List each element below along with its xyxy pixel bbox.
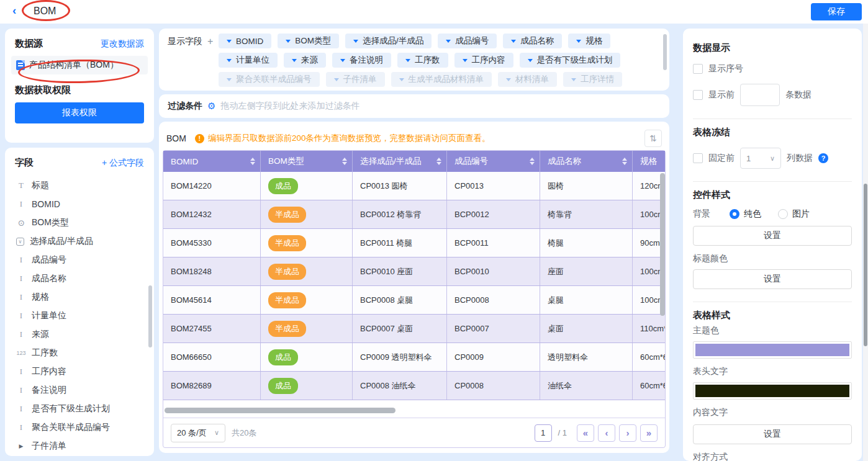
field-item[interactable]: I成品编号: [16, 251, 154, 269]
field-label: 是否有下级生成计划: [32, 403, 110, 414]
freeze-columns-checkbox[interactable]: [693, 153, 703, 163]
display-field-chip[interactable]: 材料清单: [498, 72, 557, 87]
field-item[interactable]: T标题: [16, 176, 154, 195]
text-field-icon: I: [16, 385, 26, 395]
table-cell: 成品: [261, 343, 353, 371]
table-horizontal-scrollbar[interactable]: [165, 408, 396, 413]
datasource-item[interactable]: 产品结构清单（BOM）: [11, 56, 148, 74]
save-button[interactable]: 保存: [811, 3, 862, 20]
display-field-chip[interactable]: 规格: [568, 34, 610, 48]
divider: [693, 302, 852, 302]
display-field-chip[interactable]: 选择成品/半成品: [345, 34, 432, 48]
header-text-color-swatch[interactable]: [693, 382, 852, 400]
field-item[interactable]: I成品名称: [16, 269, 154, 288]
page-size-select[interactable]: 20 条/页 ∨: [171, 424, 225, 442]
display-field-chip[interactable]: 生成半成品材料清单: [391, 72, 492, 87]
chips-scrollbar[interactable]: [663, 34, 667, 70]
display-field-chip[interactable]: 工序内容: [454, 53, 513, 68]
first-page-button[interactable]: «: [577, 424, 594, 442]
field-item[interactable]: I备注说明: [16, 381, 154, 400]
solid-color-radio[interactable]: [730, 209, 739, 219]
sort-desc-icon: [530, 162, 535, 168]
caret-down-icon: [446, 40, 451, 45]
text-field-icon: I: [16, 199, 26, 209]
show-first-checkbox[interactable]: [693, 90, 703, 100]
fields-scrollbar[interactable]: [148, 285, 152, 347]
report-permission-button[interactable]: 报表权限: [15, 102, 144, 123]
field-item[interactable]: IBOMID: [16, 195, 154, 213]
show-index-checkbox[interactable]: [693, 64, 703, 74]
help-icon[interactable]: ?: [818, 153, 828, 163]
field-item[interactable]: I来源: [16, 325, 154, 344]
column-header[interactable]: 规格: [633, 151, 665, 172]
field-label: 工序内容: [32, 366, 66, 377]
field-item[interactable]: I工序内容: [16, 362, 154, 381]
freeze-count-select[interactable]: 1 ∨: [740, 148, 781, 169]
back-icon[interactable]: ‹: [12, 4, 16, 17]
prev-page-button[interactable]: ‹: [598, 424, 615, 442]
field-item[interactable]: ▶子件清单: [16, 437, 154, 455]
table-row: BOM45614半成品BCP0008 桌腿BCP0008桌腿100cm*: [163, 286, 665, 315]
column-header[interactable]: 选择成品/半成品: [353, 151, 447, 172]
column-header[interactable]: 成品编号: [447, 151, 540, 172]
chip-label: 规格: [585, 35, 602, 47]
display-field-chip[interactable]: BOM类型: [278, 34, 339, 48]
field-item[interactable]: I规格: [16, 288, 154, 307]
current-page-input[interactable]: 1: [535, 424, 552, 442]
gear-icon[interactable]: ⚙: [207, 101, 215, 112]
divider: [693, 181, 852, 182]
align-label: 对齐方式: [693, 452, 852, 461]
column-header[interactable]: BOM类型: [261, 151, 353, 172]
page-title: BOM: [34, 6, 56, 17]
display-field-chip[interactable]: 备注说明: [332, 53, 391, 68]
column-header[interactable]: BOMID: [163, 151, 261, 172]
total-pages: / 1: [558, 428, 567, 437]
row-limit-input[interactable]: [740, 84, 780, 106]
add-formula-field-link[interactable]: + 公式字段: [102, 158, 144, 169]
field-item[interactable]: ∨选择成品/半成品: [16, 232, 154, 251]
table-vertical-scrollbar[interactable]: [660, 173, 665, 316]
display-field-chip[interactable]: 成品编号: [438, 34, 497, 48]
change-datasource-link[interactable]: 更改数据源: [101, 38, 144, 50]
chip-label: 材料清单: [515, 74, 549, 85]
freeze-prefix-label: 固定前: [708, 153, 735, 164]
field-item[interactable]: I计量单位: [16, 307, 154, 325]
display-field-chip[interactable]: 聚合关联半成品编号: [219, 72, 320, 87]
display-field-chip[interactable]: 是否有下级生成计划: [520, 53, 621, 68]
field-item[interactable]: I聚合关联半成品编号: [16, 418, 154, 437]
chip-label: BOM类型: [295, 35, 331, 47]
content-text-set-button[interactable]: 设置: [693, 424, 852, 444]
add-field-icon[interactable]: +: [207, 36, 213, 47]
display-field-chip[interactable]: 计量单位: [219, 53, 278, 68]
field-item[interactable]: ⊙BOM类型: [16, 213, 154, 232]
display-field-chip[interactable]: 子件清单: [326, 72, 385, 87]
field-item[interactable]: 123工序数: [16, 344, 154, 362]
next-page-button[interactable]: ›: [619, 424, 636, 442]
settings-panel: 数据显示 显示序号 显示前 条数据 表格冻结 固定前 1 ∨ 列数据 ? 控件样…: [683, 29, 862, 461]
last-page-button[interactable]: »: [640, 424, 658, 442]
image-radio[interactable]: [778, 209, 788, 219]
column-sort-icon: [436, 155, 441, 168]
display-field-chip[interactable]: 工序数: [397, 53, 448, 68]
field-item[interactable]: I是否有下级生成计划: [16, 400, 154, 418]
theme-color-swatch[interactable]: [693, 341, 852, 359]
sort-desc-icon: [250, 162, 255, 168]
rows-suffix-label: 条数据: [785, 89, 811, 101]
caret-down-icon: [292, 59, 297, 65]
page-scrollbar[interactable]: [864, 184, 867, 346]
display-field-chip[interactable]: 工序详情: [563, 72, 622, 87]
sort-icon[interactable]: ⇅: [644, 130, 662, 147]
display-field-chip[interactable]: 来源: [284, 53, 326, 68]
display-field-chip[interactable]: BOMID: [219, 34, 271, 48]
sort-desc-icon: [436, 162, 441, 168]
datasource-title: 数据源: [15, 38, 43, 50]
column-header[interactable]: 成品名称: [540, 151, 633, 172]
title-color-set-button[interactable]: 设置: [693, 269, 852, 289]
divider: [693, 119, 852, 119]
radio-field-icon: ⊙: [16, 218, 26, 228]
display-field-chip[interactable]: 成品名称: [503, 34, 562, 48]
background-set-button[interactable]: 设置: [693, 226, 852, 246]
table-cell: 圆椅: [540, 172, 633, 200]
chip-label: 计量单位: [236, 55, 269, 66]
table-cell: BOM14220: [163, 172, 261, 200]
